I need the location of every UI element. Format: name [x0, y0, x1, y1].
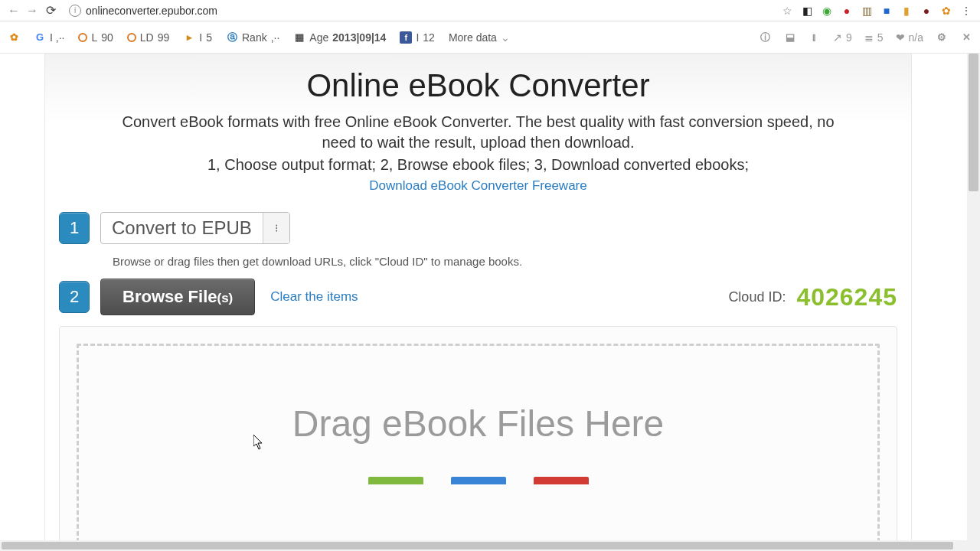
browse-label: Browse File [122, 287, 217, 306]
page-title: Online eBook Converter [59, 67, 897, 104]
extension-icons: ☆ ◧ ◉ ● ▥ ■ ▮ ● ✿ ⋮ [781, 5, 975, 17]
clear-items-link[interactable]: Clear the items [270, 289, 358, 305]
links-l[interactable]: L 90 [78, 31, 113, 44]
drop-zone-text: Drag eBook Files Here [292, 403, 665, 445]
pdf-bar [534, 477, 589, 484]
step-1-badge: 1 [59, 212, 90, 244]
mobi-bar [451, 477, 506, 484]
ext-icon[interactable]: ◉ [821, 5, 833, 17]
rank-value: ,·· [271, 31, 280, 44]
b-value: 5 [206, 31, 212, 44]
chevron-down-icon: ⌄ [501, 31, 510, 44]
page-description: Convert eBook formats with free Online e… [105, 112, 851, 153]
browser-nav-bar: ← → ⟳ i onlineconverter.epubor.com ☆ ◧ ◉… [0, 0, 980, 21]
ext-icon[interactable]: ◧ [801, 5, 813, 17]
info-icon[interactable]: ⓘ [760, 31, 772, 44]
circle-icon [127, 33, 136, 42]
age-value: 2013|09|14 [332, 31, 386, 44]
seo-toolbar: ✿ G I ,·· L 90 LD 99 ▸ I 5 ⓐ Rank ,·· ▦ … [0, 21, 980, 54]
browse-hint: Browse or drag files then get download U… [113, 255, 897, 268]
horizontal-scrollbar[interactable] [0, 540, 967, 551]
age-label: Age [309, 31, 328, 44]
fb-value: 12 [423, 31, 435, 44]
domain-age[interactable]: ▦ Age 2013|09|14 [293, 31, 386, 44]
address-bar[interactable]: i onlineconverter.epubor.com [64, 2, 776, 19]
close-toolbar-icon[interactable]: ✕ [960, 31, 972, 44]
url-text: onlineconverter.epubor.com [86, 5, 217, 17]
format-color-bars [368, 477, 589, 484]
browse-suffix: (s) [217, 291, 233, 305]
cloud-id-value[interactable]: 4026245 [796, 283, 897, 311]
internal-links[interactable]: ≣5 [864, 31, 884, 44]
bookmark-star-icon[interactable]: ☆ [781, 5, 793, 17]
epub-bar [368, 477, 423, 484]
page-steps-line: 1, Choose output format; 2, Browse ebook… [59, 156, 897, 174]
more-data-label: More data [449, 31, 497, 44]
seoquake-icon[interactable]: ✿ [8, 31, 20, 44]
back-button[interactable]: ← [5, 2, 23, 20]
ext-icon[interactable]: ● [920, 5, 933, 17]
page-content: Online eBook Converter Convert eBook for… [44, 54, 912, 540]
forward-button[interactable]: → [23, 2, 41, 20]
ext-icon[interactable]: ✿ [940, 5, 952, 17]
drop-zone-container: Drag eBook Files Here [59, 326, 897, 540]
chrome-menu-icon[interactable]: ⋮ [960, 5, 972, 17]
vertical-scrollbar[interactable] [967, 54, 980, 540]
browse-files-button[interactable]: Browse File(s) [100, 279, 255, 315]
g-value: I ,·· [50, 31, 64, 44]
dropdown-arrow-icon[interactable]: ⁝ [263, 213, 289, 243]
more-data-dropdown[interactable]: More data ⌄ [449, 31, 510, 44]
bing-index[interactable]: ▸ I 5 [183, 31, 212, 44]
ld-label: LD [140, 31, 154, 44]
ext-icon[interactable]: ▮ [900, 5, 913, 17]
ld-value: 99 [158, 31, 170, 44]
l-value: 90 [101, 31, 113, 44]
na-metric[interactable]: ❤n/a [896, 31, 923, 44]
output-format-select[interactable]: Convert to EPUB ⁝ [100, 212, 290, 244]
facebook-likes[interactable]: f I 12 [400, 31, 434, 44]
site-info-icon[interactable]: i [69, 5, 81, 17]
reload-button[interactable]: ⟳ [41, 2, 60, 20]
links-ld[interactable]: LD 99 [127, 31, 169, 44]
l-label: L [91, 31, 97, 44]
b-label: I [199, 31, 202, 44]
chart-icon[interactable]: ⫿ [808, 31, 821, 44]
circle-icon [78, 33, 87, 42]
rank-label: Rank [242, 31, 267, 44]
external-links[interactable]: ↗9 [833, 31, 852, 44]
format-label: Convert to EPUB [101, 213, 263, 243]
settings-icon[interactable]: ⚙ [936, 31, 948, 44]
ext-icon[interactable]: ● [841, 5, 853, 17]
scrollbar-thumb[interactable] [969, 54, 978, 191]
alexa-rank[interactable]: ⓐ Rank ,·· [226, 31, 279, 44]
step-1-row: 1 Convert to EPUB ⁝ [59, 212, 897, 244]
scrollbar-thumb[interactable] [2, 542, 953, 549]
cloud-id-label: Cloud ID: [728, 289, 786, 305]
step-2-badge: 2 [59, 281, 90, 313]
ext-icon[interactable]: ▥ [861, 5, 873, 17]
download-icon[interactable]: ⬓ [784, 31, 796, 44]
google-index[interactable]: G I ,·· [34, 31, 64, 44]
fb-label: I [416, 31, 419, 44]
download-freeware-link[interactable]: Download eBook Converter Freeware [59, 178, 897, 194]
ext-icon[interactable]: ■ [880, 5, 893, 17]
step-2-row: 2 Browse File(s) Clear the items Cloud I… [59, 279, 897, 315]
file-drop-zone[interactable]: Drag eBook Files Here [77, 344, 880, 540]
scrollbar-corner [967, 540, 980, 551]
page-viewport: Online eBook Converter Convert eBook for… [0, 54, 967, 540]
